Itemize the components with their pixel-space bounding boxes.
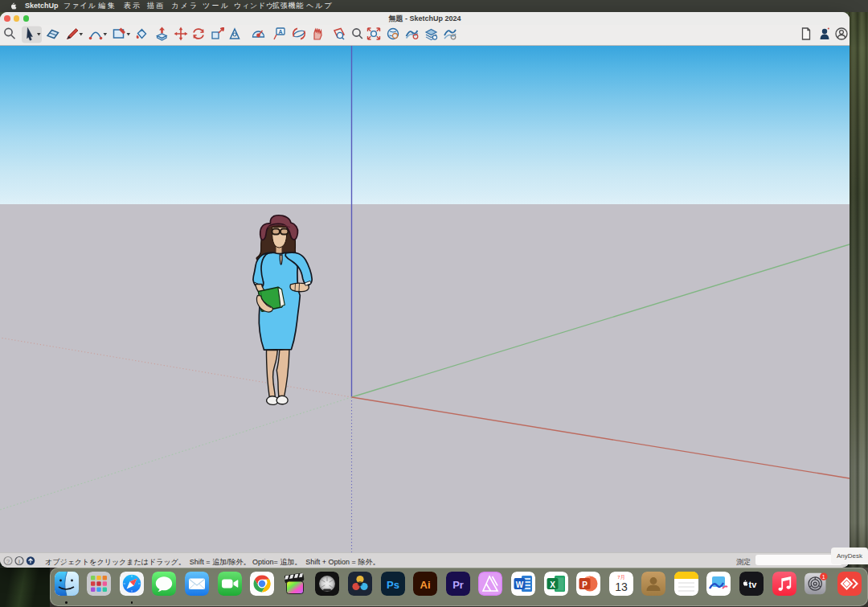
svg-text:i: i xyxy=(18,557,20,564)
svg-text:tv: tv xyxy=(749,580,758,589)
svg-text:Pr: Pr xyxy=(452,579,464,591)
svg-text:W: W xyxy=(516,580,524,589)
svg-text:A: A xyxy=(278,29,282,35)
svg-text:7月: 7月 xyxy=(617,575,624,580)
svg-text:?: ? xyxy=(6,557,10,564)
svg-text:Ai: Ai xyxy=(420,579,431,591)
svg-text:P: P xyxy=(582,580,588,589)
svg-text:1: 1 xyxy=(822,574,825,580)
svg-text:Ps: Ps xyxy=(387,579,399,591)
svg-text:X: X xyxy=(550,580,555,589)
svg-text:13: 13 xyxy=(615,580,628,593)
